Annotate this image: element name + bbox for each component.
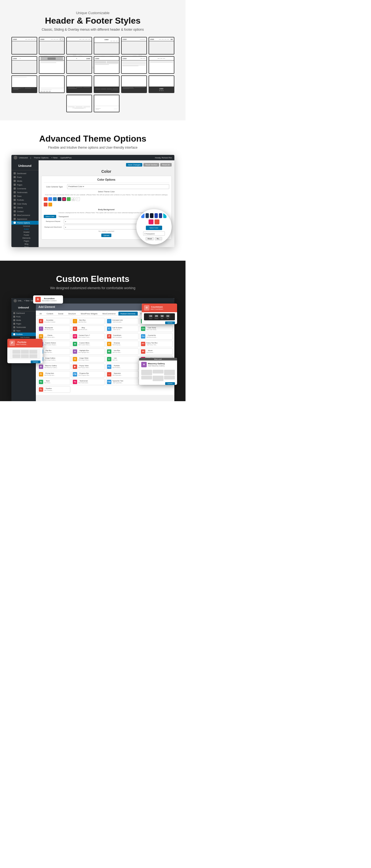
layout-thumb-5[interactable]: LOGO bbox=[121, 37, 147, 55]
elem-typewriter[interactable]: TW Typewriter TextAdd Typewriter... bbox=[106, 379, 139, 385]
swatch-red[interactable] bbox=[44, 197, 48, 201]
layout-thumb-10[interactable]: LOGO bbox=[94, 56, 119, 74]
layout-thumb-8[interactable] bbox=[39, 56, 65, 74]
tab-social[interactable]: Social bbox=[56, 312, 65, 315]
elem-testimonial[interactable]: Ts TestimonialAdd Testimonial... bbox=[72, 379, 105, 385]
elem-countdown[interactable]: ⏱ CountdownAdd Countdown bbox=[106, 333, 139, 340]
elem-progressbar[interactable]: PB Progress BarAdd Progress Bar... bbox=[72, 371, 105, 378]
elem-accordion[interactable]: A AccordionAccordion Content bbox=[37, 318, 70, 324]
es-team[interactable]: Team bbox=[11, 329, 36, 333]
layout-thumb-1[interactable]: LOGO bbox=[11, 37, 37, 55]
ts-sidebar-testimonials[interactable]: Testimonials bbox=[11, 190, 38, 194]
layout-thumb-4[interactable]: LOGO bbox=[94, 37, 119, 55]
elem-animatedlink[interactable]: ~ Animated LinkAdd Animated... bbox=[106, 318, 139, 324]
swatch-green[interactable] bbox=[67, 197, 70, 201]
ts-reset-section-btn[interactable]: Reset Section bbox=[143, 163, 159, 166]
layout-thumb-19[interactable] bbox=[66, 95, 92, 112]
ts-sidebar-casestudy[interactable]: Case Study bbox=[11, 202, 38, 206]
layout-thumb-18[interactable]: LOGO bbox=[148, 75, 174, 93]
ts-sidebar-comments[interactable]: Comments bbox=[11, 187, 38, 190]
es-testimonials[interactable]: Testimonials bbox=[11, 326, 36, 329]
swatch-blue1[interactable] bbox=[48, 197, 52, 201]
layout-thumb-3[interactable] bbox=[66, 37, 92, 55]
ts-save-btn[interactable]: Save Changes bbox=[126, 163, 142, 166]
ts-upload-btn[interactable]: Upload bbox=[101, 234, 111, 237]
ts-sidebar-sub-shop[interactable]: Shop bbox=[11, 246, 38, 247]
elem-masonrygallery[interactable]: ⊞ Masonry GalleryAdd Masonry Gallery... bbox=[37, 364, 70, 370]
elem-team[interactable]: Te TeamAdd Team... bbox=[37, 379, 70, 385]
layout-thumb-13[interactable] bbox=[11, 75, 37, 93]
elem-dropcap[interactable]: D DropcapAdd Dropcap... bbox=[106, 341, 139, 347]
swatch-pink[interactable] bbox=[62, 197, 66, 201]
swatch-dark2[interactable] bbox=[48, 203, 52, 207]
ts-scheme-select[interactable]: Predefined Color ▾ bbox=[67, 184, 169, 189]
layout-thumb-20[interactable] bbox=[94, 95, 119, 112]
layout-thumb-14[interactable] bbox=[39, 75, 65, 93]
tab-all[interactable]: All bbox=[37, 312, 44, 315]
elem-iconbox[interactable]: IB Icon BoxAdd Icon Box... bbox=[106, 348, 139, 355]
elem-portfolio[interactable]: Po PortfolioAdd Portfolio... bbox=[106, 364, 139, 370]
portfolio-update-btn[interactable]: Update bbox=[31, 361, 40, 363]
tab-structure[interactable]: Structure bbox=[66, 312, 78, 315]
ts-sidebar-posts[interactable]: Posts bbox=[11, 175, 38, 179]
elem-custommenu[interactable]: M Custom MenuAdd Custom Menu... bbox=[72, 341, 105, 347]
ts-sidebar-clients[interactable]: Clients bbox=[11, 206, 38, 209]
layout-thumb-16[interactable] bbox=[94, 75, 119, 93]
ts-theme-opts-link[interactable]: Theme Options bbox=[34, 156, 49, 159]
es-posts[interactable]: Posts bbox=[11, 315, 36, 318]
ts-reset-all-btn[interactable]: Reset All bbox=[160, 163, 172, 166]
ts-sidebar-sub-footer[interactable]: Footer bbox=[11, 234, 38, 237]
layout-thumb-17[interactable] bbox=[121, 75, 147, 93]
layout-thumb-12[interactable] bbox=[148, 56, 174, 74]
ts-sidebar-dashboard[interactable]: Dashboard bbox=[11, 172, 38, 175]
layout-thumb-9[interactable]: % LOGO bbox=[66, 56, 92, 74]
ts-sidebar-portfolio[interactable]: Portfolio bbox=[11, 198, 38, 202]
ts-sidebar-pages[interactable]: Pages bbox=[11, 183, 38, 187]
es-media[interactable]: Media bbox=[11, 318, 36, 322]
elem-pricingitem[interactable]: PI Pricing ItemAdd Pricing Item... bbox=[37, 371, 70, 378]
ts-sidebar-sub-elements[interactable]: Elements bbox=[11, 237, 38, 240]
zoom-reset-btn[interactable]: Reset bbox=[146, 237, 154, 240]
zoom-transparent-toggle[interactable]: ☐ Transparent bbox=[143, 231, 165, 236]
ts-sidebar-team[interactable]: Team bbox=[11, 194, 38, 198]
elem-highlightbox[interactable]: H Highlight BoxAdd Highlight Box... bbox=[72, 348, 105, 355]
elem-fancytextbox[interactable]: FT Fancy Text BoxAdd Fancy Text... bbox=[140, 341, 173, 347]
swatch-dark1[interactable] bbox=[44, 203, 48, 207]
ts-sidebar-sub-blog[interactable]: Blog bbox=[11, 243, 38, 246]
tab-radiant[interactable]: Radiant Elements bbox=[118, 312, 138, 315]
ts-sidebar-sub-general[interactable]: General bbox=[11, 225, 38, 227]
ts-sidebar-woocommerce[interactable]: WooCommerce bbox=[11, 213, 38, 217]
elem-counterup[interactable]: Cu CounterUpAdd Benchmark... bbox=[140, 333, 173, 340]
elem-clients[interactable]: Cl ClientsAdd Clients elem... bbox=[37, 333, 70, 340]
ts-new-link[interactable]: + New bbox=[51, 156, 58, 159]
elem-ihover[interactable]: iH iHoverAdd iHover... bbox=[140, 348, 173, 355]
ts-sidebar-theme-options[interactable]: Theme Options bbox=[11, 221, 38, 225]
ts-sidebar-sub-header[interactable]: Header bbox=[11, 230, 38, 234]
ts-sidebar-contact[interactable]: Contact bbox=[11, 209, 38, 213]
ts-sidebar-sub-color[interactable]: Color bbox=[11, 227, 38, 230]
es-sub-add[interactable]: Add Portfolio bbox=[11, 336, 36, 339]
masonry-update-btn[interactable]: Update bbox=[165, 382, 175, 385]
es-portfolio[interactable]: Portfolio bbox=[11, 333, 36, 336]
elem-blog[interactable]: B BlogAdd Bookmark... bbox=[72, 326, 105, 332]
layout-thumb-15[interactable] bbox=[66, 75, 92, 93]
elem-blockquote[interactable]: " BlockquoteAdd Blockquote bbox=[37, 326, 70, 332]
ts-sidebar-appearance[interactable]: Appearance bbox=[11, 217, 38, 221]
elem-imageslider[interactable]: IS Image SliderAdd Image Slider... bbox=[72, 356, 105, 362]
swatch-blue2[interactable] bbox=[53, 197, 57, 201]
swatch-close[interactable]: × bbox=[76, 197, 80, 201]
layout-thumb-7[interactable]: LOGO ✓ % bbox=[11, 56, 37, 74]
es-pages[interactable]: Pages bbox=[11, 322, 36, 326]
elem-timeline[interactable]: TL TimelineAdd Timeline... bbox=[37, 386, 70, 393]
elem-cf7[interactable]: CF Contact Form 7Add Contact Form... bbox=[72, 333, 105, 340]
layout-thumb-6[interactable]: LOGO bbox=[148, 37, 174, 55]
ts-updraft-link[interactable]: UpdraftPlus bbox=[60, 156, 72, 159]
ts-sidebar-media[interactable]: Media bbox=[11, 179, 38, 183]
ts-select-color-btn[interactable]: Select Color bbox=[44, 215, 56, 218]
ts-sidebar-sub-pages[interactable]: Pages bbox=[11, 240, 38, 243]
countdown-update-btn[interactable]: Update bbox=[165, 321, 175, 324]
elem-casestudy[interactable]: CS Case StudyAdd Case Study... bbox=[140, 326, 173, 332]
zoom-select-color-btn[interactable]: Select Color bbox=[146, 226, 162, 230]
elem-alertbox[interactable]: ! Alert BoxAdd Alert Box bbox=[72, 318, 105, 324]
layout-thumb-11[interactable]: LOGO bbox=[121, 56, 147, 74]
